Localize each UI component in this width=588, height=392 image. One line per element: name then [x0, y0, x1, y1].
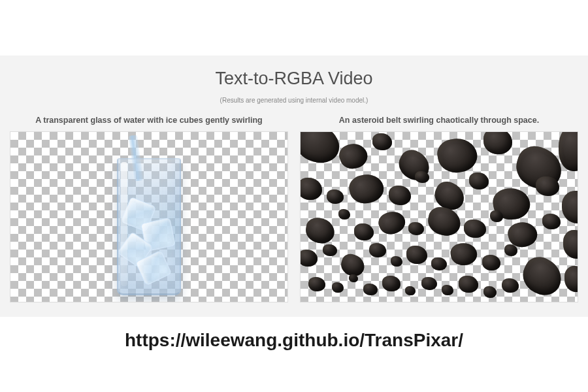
example-caption: An asteroid belt swirling chaotically th… [300, 116, 578, 126]
video-frame-glass [10, 131, 288, 302]
top-whitespace [0, 0, 588, 56]
section-title: Text-to-RGBA Video [7, 69, 581, 89]
glass-illustration [106, 139, 191, 302]
example-caption: A transparent glass of water with ice cu… [10, 116, 288, 126]
example-glass: A transparent glass of water with ice cu… [10, 116, 288, 302]
asteroid-illustration [301, 132, 578, 302]
examples-row: A transparent glass of water with ice cu… [7, 116, 581, 302]
video-frame-asteroids [300, 131, 578, 302]
section-subtitle: (Results are generated using internal vi… [7, 97, 581, 104]
example-asteroids: An asteroid belt swirling chaotically th… [300, 116, 578, 302]
project-url: https://wileewang.github.io/TransPixar/ [0, 317, 588, 351]
showcase-section: Text-to-RGBA Video (Results are generate… [0, 56, 588, 317]
